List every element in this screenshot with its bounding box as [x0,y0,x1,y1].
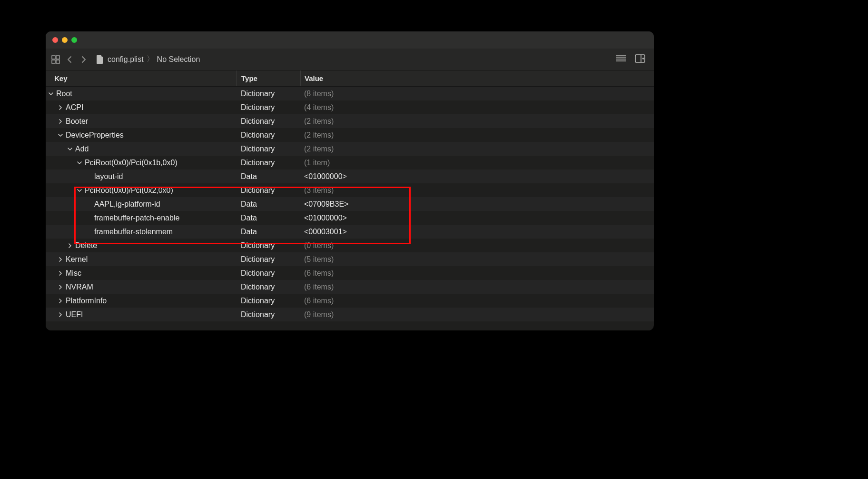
row-key[interactable]: Add [75,145,89,153]
disclosure-right-icon[interactable] [57,104,64,111]
disclosure-right-icon[interactable] [57,256,64,263]
disclosure-down-icon[interactable] [67,146,73,152]
row-key[interactable]: UEFI [66,310,83,319]
row-value[interactable]: (2 items) [304,145,334,153]
header-key[interactable]: Key [46,74,236,82]
table-row[interactable]: framebuffer-stolenmemData<00003001> [46,225,654,239]
row-type[interactable]: Dictionary [236,297,300,305]
table-row[interactable]: PciRoot(0x0)/Pci(0x1b,0x0)Dictionary(1 i… [46,156,654,170]
row-value[interactable]: (8 items) [304,90,334,98]
row-type[interactable]: Dictionary [236,269,300,278]
row-key[interactable]: PlatformInfo [66,297,107,305]
table-row[interactable]: PciRoot(0x0)/Pci(0x2,0x0)Dictionary(3 it… [46,183,654,197]
row-key[interactable]: AAPL,ig-platform-id [94,200,160,209]
row-key[interactable]: PciRoot(0x0)/Pci(0x1b,0x0) [85,159,178,167]
row-type[interactable]: Dictionary [236,103,300,112]
row-type[interactable]: Dictionary [236,159,300,167]
row-type[interactable]: Dictionary [236,90,300,98]
row-value[interactable]: (0 items) [304,241,334,250]
table-row[interactable]: ACPIDictionary(4 items) [46,100,654,114]
table-row[interactable]: layout-idData<01000000> [46,170,654,183]
header-value[interactable]: Value [300,70,654,86]
row-value[interactable]: <01000000> [304,214,347,222]
header-type[interactable]: Type [236,70,300,86]
row-value[interactable]: (6 items) [304,297,334,305]
disclosure-down-icon[interactable] [76,187,83,194]
row-type[interactable]: Data [236,172,300,181]
disclosure-right-icon[interactable] [57,284,64,290]
row-value[interactable]: (2 items) [304,117,334,126]
row-type[interactable]: Dictionary [236,241,300,250]
disclosure-right-icon[interactable] [57,298,64,304]
row-type[interactable]: Data [236,214,300,222]
row-key[interactable]: Kernel [66,255,88,264]
forward-button[interactable] [81,55,87,64]
grid-icon[interactable] [51,55,60,64]
row-key[interactable]: layout-id [94,172,123,181]
plist-tree[interactable]: RootDictionary(8 items)ACPIDictionary(4 … [46,87,654,321]
row-key[interactable]: NVRAM [66,283,93,291]
row-key[interactable]: DeviceProperties [66,131,124,140]
zoom-button[interactable] [71,37,77,43]
disclosure-right-icon[interactable] [57,270,64,277]
row-value[interactable]: (5 items) [304,255,334,264]
row-value[interactable]: (9 items) [304,310,334,319]
row-key[interactable]: Booter [66,117,88,126]
nav-arrows [67,55,87,64]
row-key[interactable]: Misc [66,269,81,278]
row-type[interactable]: Dictionary [236,186,300,195]
row-value[interactable]: <00003001> [304,228,347,236]
row-type[interactable]: Dictionary [236,131,300,140]
table-row[interactable]: AddDictionary(2 items) [46,142,654,156]
svg-rect-0 [52,56,55,59]
breadcrumb-selection[interactable]: No Selection [157,55,200,64]
disclosure-right-icon[interactable] [57,118,64,125]
row-value[interactable]: <01000000> [304,172,347,181]
table-row[interactable]: PlatformInfoDictionary(6 items) [46,294,654,308]
breadcrumb-file[interactable]: config.plist [108,55,144,64]
disclosure-down-icon[interactable] [76,160,83,166]
table-row[interactable]: NVRAMDictionary(6 items) [46,280,654,294]
disclosure-down-icon[interactable] [48,90,54,97]
table-row[interactable]: KernelDictionary(5 items) [46,252,654,266]
titlebar[interactable] [46,31,654,49]
minimize-button[interactable] [62,37,68,43]
row-type[interactable]: Data [236,228,300,236]
row-value[interactable]: <07009B3E> [304,200,348,209]
svg-rect-1 [56,56,59,59]
close-button[interactable] [52,37,58,43]
row-type[interactable]: Data [236,200,300,209]
row-key[interactable]: ACPI [66,103,83,112]
row-type[interactable]: Dictionary [236,310,300,319]
table-row[interactable]: AAPL,ig-platform-idData<07009B3E> [46,197,654,211]
row-value[interactable]: (6 items) [304,283,334,291]
disclosure-right-icon[interactable] [57,311,64,318]
table-row[interactable]: UEFIDictionary(9 items) [46,308,654,321]
lines-icon[interactable] [616,54,626,65]
add-panel-icon[interactable] [635,54,645,65]
table-row[interactable]: BooterDictionary(2 items) [46,114,654,128]
row-value[interactable]: (3 items) [304,186,334,195]
row-value[interactable]: (4 items) [304,103,334,112]
table-row[interactable]: DevicePropertiesDictionary(2 items) [46,128,654,142]
row-value[interactable]: (2 items) [304,131,334,140]
disclosure-down-icon[interactable] [57,132,64,139]
back-button[interactable] [67,55,72,64]
row-key[interactable]: PciRoot(0x0)/Pci(0x2,0x0) [85,186,173,195]
disclosure-right-icon[interactable] [67,242,73,249]
table-row[interactable]: RootDictionary(8 items) [46,87,654,100]
row-value[interactable]: (1 item) [304,159,330,167]
row-type[interactable]: Dictionary [236,255,300,264]
row-type[interactable]: Dictionary [236,117,300,126]
row-key[interactable]: framebuffer-patch-enable [94,214,179,222]
table-row[interactable]: MiscDictionary(6 items) [46,266,654,280]
row-key[interactable]: Root [56,90,72,98]
table-row[interactable]: framebuffer-patch-enableData<01000000> [46,211,654,225]
row-type[interactable]: Dictionary [236,283,300,291]
table-row[interactable]: DeleteDictionary(0 items) [46,239,654,252]
row-key[interactable]: Delete [75,241,97,250]
row-key[interactable]: framebuffer-stolenmem [94,228,173,236]
row-value[interactable]: (6 items) [304,269,334,278]
breadcrumb[interactable]: config.plist 〉 No Selection [108,54,200,64]
row-type[interactable]: Dictionary [236,145,300,153]
